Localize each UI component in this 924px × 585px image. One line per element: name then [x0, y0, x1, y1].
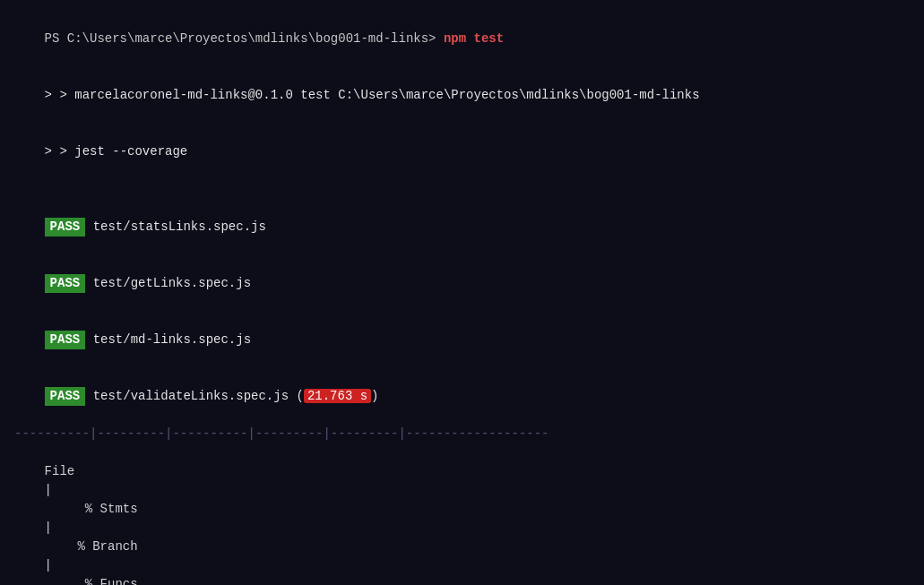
pass-badge-2: PASS	[45, 274, 86, 293]
prompt-text-1: PS C:\Users\marce\Proyectos\mdlinks\bog0…	[45, 31, 436, 46]
pass-line-4: PASS test/validateLinks.spec.js (21.763 …	[14, 368, 910, 425]
terminal: PS C:\Users\marce\Proyectos\mdlinks\bog0…	[0, 0, 924, 585]
pass-line-1: PASS test/statsLinks.spec.js	[14, 199, 910, 255]
pass-test-4: test/validateLinks.spec.js	[93, 389, 289, 403]
pass-test-2: test/getLinks.spec.js	[93, 276, 251, 290]
pass-line-2: PASS test/getLinks.spec.js	[14, 255, 910, 312]
table-sep-1: ----------|---------|----------|--------…	[14, 425, 910, 443]
pass-badge-4: PASS	[45, 387, 86, 406]
npm-output-1: > > marcelacoronel-md-links@0.1.0 test C…	[14, 67, 910, 124]
pass-line-3: PASS test/md-links.spec.js	[14, 312, 910, 368]
pass-test-3: test/md-links.spec.js	[93, 332, 251, 347]
npm-command: npm test	[444, 31, 504, 46]
pass-badge-1: PASS	[45, 218, 86, 237]
timer-badge: 21.763 s	[304, 389, 371, 403]
prompt-line-1: PS C:\Users\marce\Proyectos\mdlinks\bog0…	[14, 11, 910, 67]
pass-test-1: test/statsLinks.spec.js	[93, 219, 266, 234]
npm-output-2: > > jest --coverage	[14, 124, 910, 180]
table-header: File | % Stmts | % Branch | % Funcs | % …	[14, 443, 910, 585]
pass-badge-3: PASS	[45, 331, 86, 349]
